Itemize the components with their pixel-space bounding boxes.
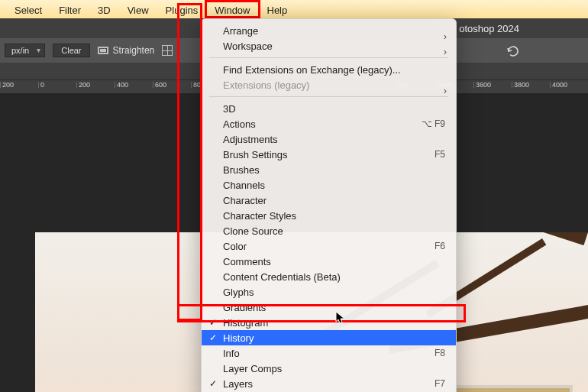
menu-item-layers[interactable]: LayersF7 [202, 376, 456, 391]
menu-item-arrange[interactable]: Arrange [202, 23, 456, 38]
menu-select[interactable]: Select [6, 2, 50, 17]
menu-filter[interactable]: Filter [50, 2, 89, 17]
menubar: Select Filter 3D View Plugins Window Hel… [0, 0, 588, 18]
menu-item-adjustments[interactable]: Adjustments [202, 131, 456, 147]
menu-item-history[interactable]: History [202, 330, 456, 345]
ruler-tick: 200 [0, 82, 38, 88]
menu-item-layer-comps[interactable]: Layer Comps [202, 361, 456, 376]
window-menu: Arrange Workspace Find Extensions on Exc… [201, 18, 457, 392]
ruler-tick: 0 [38, 82, 76, 88]
menu-item-find-extensions[interactable]: Find Extensions on Exchange (legacy)... [202, 62, 456, 77]
ruler-tick: 3600 [473, 82, 512, 88]
menu-item-info[interactable]: InfoF8 [202, 345, 456, 361]
menu-3d[interactable]: 3D [89, 2, 119, 17]
ruler-icon [98, 47, 108, 54]
straighten-button[interactable]: Straighten [98, 45, 155, 56]
menu-item-content-credentials[interactable]: Content Credentials (Beta) [202, 269, 456, 284]
menu-window[interactable]: Window [206, 2, 258, 17]
menu-item-character-styles[interactable]: Character Styles [202, 208, 456, 223]
menu-help[interactable]: Help [259, 2, 296, 17]
menu-item-actions[interactable]: Actions⌥ F9 [202, 116, 456, 131]
menu-item-brush-settings[interactable]: Brush SettingsF5 [202, 147, 456, 162]
menu-item-brushes[interactable]: Brushes [202, 162, 456, 177]
menu-plugins[interactable]: Plugins [157, 2, 207, 17]
ruler-tick: 200 [76, 82, 115, 88]
clear-button[interactable]: Clear [53, 44, 89, 57]
menu-item-histogram[interactable]: Histogram [202, 315, 456, 330]
app-title: otoshop 2024 [459, 23, 519, 34]
menu-item-gradients[interactable]: Gradients [202, 300, 456, 315]
menu-item-glyphs[interactable]: Glyphs [202, 284, 456, 300]
menu-item-comments[interactable]: Comments [202, 254, 456, 269]
menu-item-character[interactable]: Character [202, 193, 456, 208]
menu-item-workspace[interactable]: Workspace [202, 38, 456, 53]
unit-select[interactable]: px/in [5, 44, 45, 57]
menu-item-color[interactable]: ColorF6 [202, 238, 456, 254]
ruler-tick: 3800 [512, 82, 550, 88]
undo-icon[interactable] [506, 44, 519, 57]
ruler-tick: 600 [153, 82, 191, 88]
grid-icon[interactable] [162, 45, 173, 56]
menu-item-extensions-legacy: Extensions (legacy) [202, 77, 456, 92]
menu-item-3d[interactable]: 3D [202, 101, 456, 116]
menu-item-clone-source[interactable]: Clone Source [202, 223, 456, 238]
ruler-tick: 4000 [550, 82, 588, 88]
straighten-label: Straighten [113, 45, 155, 56]
menu-view[interactable]: View [119, 2, 157, 17]
menu-item-channels[interactable]: Channels [202, 177, 456, 193]
ruler-tick: 400 [115, 82, 153, 88]
